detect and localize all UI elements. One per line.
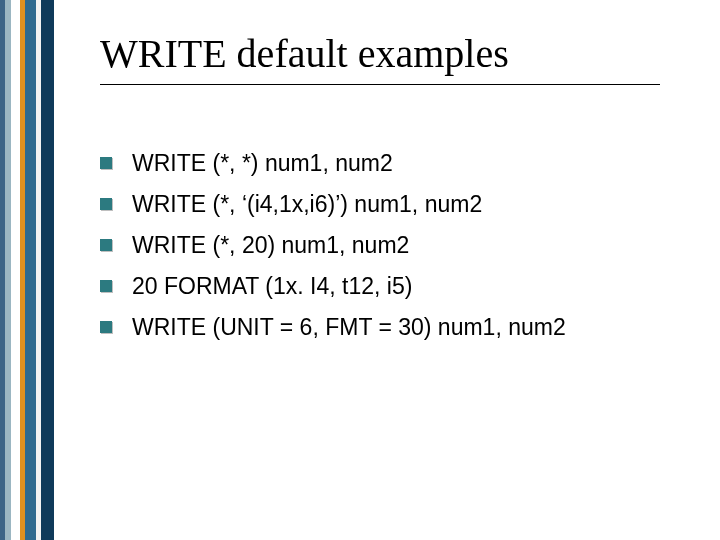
slide-title: WRITE default examples [100,30,509,77]
slide-body: WRITE (*, *) num1, num2 WRITE (*, ‘(i4,1… [100,148,660,353]
sidebar-decoration [0,0,54,540]
bullet-icon [100,198,112,210]
list-item-text: WRITE (*, ‘(i4,1x,i6)’) num1, num2 [132,189,660,220]
bullet-icon [100,321,112,333]
list-item-text: WRITE (*, *) num1, num2 [132,148,660,179]
bullet-icon [100,157,112,169]
list-item-text: 20 FORMAT (1x. I4, t12, i5) [132,271,660,302]
list-item: WRITE (UNIT = 6, FMT = 30) num1, num2 [100,312,660,343]
title-underline [100,84,660,85]
bullet-icon [100,239,112,251]
sidebar-stripe [25,0,36,540]
sidebar-stripe [11,0,20,540]
slide: WRITE default examples WRITE (*, *) num1… [0,0,720,540]
list-item-text: WRITE (UNIT = 6, FMT = 30) num1, num2 [132,312,660,343]
list-item-text: WRITE (*, 20) num1, num2 [132,230,660,261]
list-item: WRITE (*, 20) num1, num2 [100,230,660,261]
list-item: 20 FORMAT (1x. I4, t12, i5) [100,271,660,302]
list-item: WRITE (*, ‘(i4,1x,i6)’) num1, num2 [100,189,660,220]
list-item: WRITE (*, *) num1, num2 [100,148,660,179]
bullet-icon [100,280,112,292]
sidebar-stripe [41,0,54,540]
